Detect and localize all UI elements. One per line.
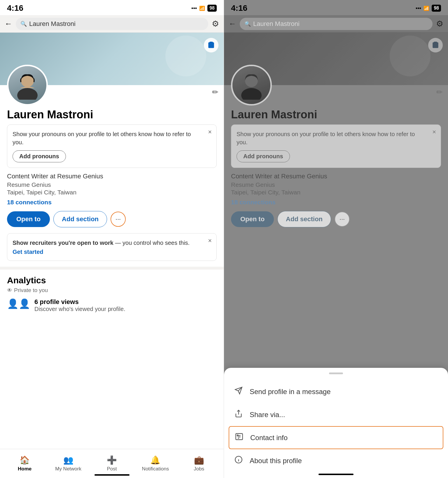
profile-name-right: Lauren Mastroni [231,108,441,121]
pronouns-close-left[interactable]: × [208,128,212,136]
camera-icon-right [432,41,439,49]
overlay-contact-label: Contact info [250,434,288,442]
pronouns-card-right: × Show your pronouns on your profile to … [231,124,441,168]
home-label-left: Home [18,466,32,472]
gear-icon-right[interactable]: ⚙ [436,19,443,29]
profile-header-left: ✏ [0,33,224,85]
views-icon-left: 👤👤 [7,298,30,309]
signal-icon-right: ▪▪▪ [416,5,421,11]
nav-jobs-left[interactable]: 💼 Jobs [177,455,221,472]
overlay-send-message[interactable]: Send profile in a message [224,380,448,403]
overlay-handle [329,372,343,374]
eye-icon-left: 👁 [7,287,12,294]
gear-icon-left[interactable]: ⚙ [212,19,219,29]
avatar-image-left [8,66,46,104]
open-to-button-right[interactable]: Open to [231,211,274,227]
add-pronouns-button-left[interactable]: Add pronouns [13,150,66,162]
pronouns-card-left: × Show your pronouns on your profile to … [7,124,217,168]
action-buttons-left: Open to Add section ··· [7,211,217,227]
overlay-share[interactable]: Share via... [224,403,448,426]
back-button-left[interactable]: ← [5,19,12,28]
avatar-left [7,65,48,106]
post-icon-left: ➕ [107,455,117,465]
search-icon-right: 🔍 [244,21,251,27]
get-started-link-left[interactable]: Get started [13,249,43,255]
more-button-right[interactable]: ··· [335,212,350,227]
pronouns-close-right[interactable]: × [432,128,436,136]
left-panel: 4:16 ▪▪▪ 📶 98 ← 🔍 ⚙ [0,0,224,478]
analytics-title-left: Analytics [7,275,217,285]
nav-network-left[interactable]: 👥 My Network [46,455,90,472]
edit-pen-left[interactable]: ✏ [212,88,218,97]
views-desc-left: Discover who's viewed your profile. [34,306,217,312]
status-bar-right-left: ▪▪▪ 📶 98 [191,5,217,12]
search-input-left[interactable] [29,20,204,28]
overlay-send-label: Send profile in a message [250,388,331,396]
profile-info-left: Lauren Mastroni × Show your pronouns on … [0,108,224,267]
home-icon-left: 🏠 [20,455,30,465]
overlay-about-label: About this profile [250,457,302,465]
avatar-person-icon-right [237,71,266,100]
nav-home-left[interactable]: 🏠 Home [3,455,46,472]
recruiter-rest-text-left: — you control who sees this. [115,240,190,246]
camera-button-left[interactable] [204,38,218,52]
content-title-left: Content Writer at Resume Genius [7,173,217,180]
status-time-right: 4:16 [231,3,247,13]
recruiter-text-left: Show recruiters you're open to work — yo… [13,239,205,247]
connections-link-left[interactable]: 18 connections [7,199,217,206]
svg-rect-11 [237,435,238,436]
add-section-button-right[interactable]: Add section [277,211,331,227]
content-location-left: Taipei, Taipei City, Taiwan [7,189,217,196]
overlay-contact-info[interactable]: Contact info [229,426,443,449]
home-indicator-left [94,474,130,476]
search-input-right[interactable] [253,20,428,28]
add-pronouns-button-right[interactable]: Add pronouns [237,150,290,162]
camera-icon-left [207,41,215,49]
avatar-right [231,65,272,106]
pronouns-message-left: Show your pronouns on your profile to le… [13,130,211,146]
status-bar-right-right: ▪▪▪ 📶 98 [416,5,441,12]
nav-notifications-left[interactable]: 🔔 Notifications [134,455,177,472]
open-to-button-left[interactable]: Open to [7,211,50,227]
status-bar-left: 4:16 ▪▪▪ 📶 98 [0,0,224,15]
content-company-left: Resume Genius [7,181,217,188]
nav-post-left[interactable]: ➕ Post [90,455,134,472]
contact-icon [234,433,244,443]
search-wrapper-right[interactable]: 🔍 [240,18,433,30]
pronouns-message-right: Show your pronouns on your profile to le… [237,130,435,146]
edit-pen-right[interactable]: ✏ [436,88,443,97]
jobs-icon-left: 💼 [194,455,204,465]
send-icon [233,386,244,397]
search-wrapper-left[interactable]: 🔍 [16,18,208,30]
profile-header-right: ✏ [224,33,448,85]
views-info-left: 6 profile views Discover who's viewed yo… [34,298,217,312]
overlay-menu: Send profile in a message Share via... [224,368,448,478]
section-separator-left [0,267,224,270]
status-bar-right: 4:16 ▪▪▪ 📶 98 [224,0,448,15]
recruiter-close-left[interactable]: × [208,237,212,245]
svg-point-1 [17,88,38,100]
content-location-right: Taipei, Taipei City, Taiwan [231,189,441,196]
about-icon [233,456,244,466]
action-buttons-right: Open to Add section ··· [231,211,441,227]
avatar-image-right [232,66,270,104]
home-indicator-right [318,474,354,475]
network-label-left: My Network [55,466,81,472]
private-label-left: Private to you [14,287,48,294]
signal-icon-left: ▪▪▪ [191,5,197,11]
overlay-about-profile[interactable]: About this profile [224,449,448,472]
post-label-left: Post [107,466,117,472]
camera-button-right[interactable] [428,38,443,52]
private-to-you-left: 👁 Private to you [7,287,217,294]
bottom-nav-left: 🏠 Home 👥 My Network ➕ Post 🔔 Notificatio… [0,449,224,478]
recruiter-bold-text-left: Show recruiters you're open to work [13,240,113,246]
profile-name-left: Lauren Mastroni [7,108,217,121]
back-button-right[interactable]: ← [229,19,236,28]
profile-info-right: Lauren Mastroni × Show your pronouns on … [224,108,448,233]
status-time-left: 4:16 [7,3,23,13]
profile-views-left: 👤👤 6 profile views Discover who's viewed… [7,298,217,312]
add-section-button-left[interactable]: Add section [53,211,107,227]
share-icon [233,410,244,420]
connections-link-right[interactable]: 18 connections [231,199,441,206]
more-button-left[interactable]: ··· [111,212,126,227]
